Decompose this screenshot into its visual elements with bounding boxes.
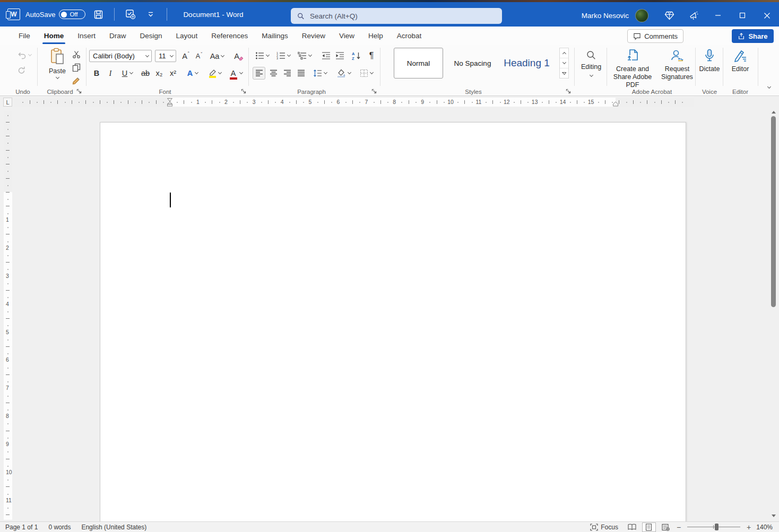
sort-button[interactable]: A Z bbox=[349, 49, 364, 62]
subscript-button[interactable]: x₂ bbox=[153, 67, 166, 80]
tab-insert[interactable]: Insert bbox=[71, 27, 102, 45]
ruler-tick bbox=[44, 100, 44, 104]
share-button[interactable]: Share bbox=[732, 29, 774, 43]
tab-acrobat[interactable]: Acrobat bbox=[390, 27, 429, 45]
justify-button[interactable] bbox=[295, 67, 307, 80]
font-dialog-launcher[interactable] bbox=[241, 89, 248, 95]
right-indent-marker[interactable] bbox=[612, 101, 619, 107]
numbering-button[interactable]: 1 2 3 bbox=[275, 49, 292, 62]
align-right-button[interactable] bbox=[281, 67, 293, 80]
decrease-indent-button[interactable] bbox=[319, 49, 332, 62]
zoom-level-button[interactable]: 140% bbox=[753, 524, 779, 531]
superscript-button[interactable]: x² bbox=[167, 67, 179, 80]
paste-button[interactable]: Paste bbox=[45, 48, 70, 86]
request-signatures-button[interactable]: Request Signatures bbox=[660, 47, 695, 81]
web-layout-button[interactable] bbox=[659, 522, 673, 532]
tab-stop-selector[interactable]: L bbox=[3, 98, 12, 107]
tab-layout[interactable]: Layout bbox=[169, 27, 205, 45]
create-share-pdf-button[interactable]: Create and Share Adobe PDF bbox=[609, 47, 656, 89]
copy-button[interactable] bbox=[70, 62, 83, 73]
tab-view[interactable]: View bbox=[332, 27, 361, 45]
styles-dialog-launcher[interactable] bbox=[566, 89, 573, 95]
undo-button[interactable] bbox=[15, 49, 33, 62]
align-left-button[interactable] bbox=[253, 67, 265, 80]
highlight-color-button[interactable] bbox=[205, 67, 224, 80]
tab-home[interactable]: Home bbox=[37, 27, 71, 45]
change-case-button[interactable]: Aa bbox=[208, 50, 226, 63]
bold-button[interactable]: B bbox=[90, 67, 103, 80]
tab-review[interactable]: Review bbox=[295, 27, 332, 45]
shading-button[interactable] bbox=[334, 67, 353, 80]
coming-soon-button[interactable] bbox=[681, 4, 706, 27]
clear-formatting-button[interactable]: A bbox=[232, 50, 245, 63]
styles-scroll-up-button[interactable] bbox=[560, 48, 568, 58]
minimize-button[interactable] bbox=[706, 4, 730, 27]
customize-quick-access-toolbar-button[interactable] bbox=[143, 7, 158, 22]
editing-button[interactable]: Editing bbox=[576, 47, 606, 76]
repeat-button[interactable] bbox=[15, 64, 28, 76]
style-no-spacing[interactable]: No Spacing bbox=[448, 48, 497, 79]
tab-mailings[interactable]: Mailings bbox=[255, 27, 295, 45]
tab-help[interactable]: Help bbox=[361, 27, 390, 45]
indent-markers[interactable] bbox=[167, 98, 173, 107]
styles-gallery-more-button[interactable] bbox=[560, 68, 568, 78]
tab-design[interactable]: Design bbox=[133, 27, 169, 45]
increase-indent-button[interactable] bbox=[333, 49, 346, 62]
page-indicator[interactable]: Page 1 of 1 bbox=[0, 522, 43, 532]
tab-draw[interactable]: Draw bbox=[102, 27, 133, 45]
align-center-button[interactable] bbox=[267, 67, 280, 80]
scroll-up-arrow[interactable] bbox=[771, 110, 776, 115]
format-painter-button[interactable] bbox=[70, 74, 83, 86]
collapse-ribbon-button[interactable] bbox=[763, 83, 775, 92]
document-page[interactable] bbox=[100, 122, 686, 521]
style-heading-1[interactable]: Heading 1 bbox=[502, 48, 551, 79]
save-button[interactable] bbox=[91, 7, 106, 22]
tab-file[interactable]: File bbox=[12, 27, 37, 45]
styles-scroll-down-button[interactable] bbox=[560, 58, 568, 68]
cut-button[interactable] bbox=[70, 49, 83, 60]
underline-button[interactable]: U bbox=[118, 67, 137, 80]
language-indicator[interactable]: English (United States) bbox=[76, 522, 152, 532]
ruler-tick bbox=[30, 100, 30, 104]
comments-button[interactable]: Comments bbox=[627, 29, 683, 43]
grow-font-button[interactable]: Aˆ bbox=[179, 50, 192, 63]
font-color-button[interactable]: A bbox=[227, 67, 246, 80]
dictate-button[interactable]: Dictate bbox=[696, 47, 723, 73]
scroll-down-arrow[interactable] bbox=[771, 513, 776, 518]
autosave-toggle[interactable]: Off bbox=[59, 10, 85, 19]
word-count[interactable]: 0 words bbox=[43, 522, 76, 532]
borders-button[interactable] bbox=[357, 67, 376, 80]
scrollbar-thumb[interactable] bbox=[771, 116, 776, 307]
font-name-select[interactable]: Calibri (Body) bbox=[89, 50, 152, 62]
clipboard-dialog-launcher[interactable] bbox=[76, 89, 83, 95]
strikethrough-button[interactable]: ab bbox=[139, 67, 152, 80]
shrink-font-button[interactable]: Aˇ bbox=[193, 50, 205, 63]
search-input[interactable] bbox=[310, 12, 496, 20]
style-normal[interactable]: Normal bbox=[394, 48, 443, 79]
close-button[interactable] bbox=[755, 4, 779, 27]
line-spacing-button[interactable] bbox=[310, 67, 330, 80]
tab-references[interactable]: References bbox=[204, 27, 255, 45]
zoom-out-button[interactable]: − bbox=[674, 523, 683, 531]
touch-mouse-mode-button[interactable] bbox=[123, 7, 138, 22]
zoom-slider-track[interactable] bbox=[687, 527, 740, 527]
user-avatar[interactable] bbox=[635, 9, 648, 22]
search-box[interactable] bbox=[291, 8, 502, 24]
editor-button[interactable]: Editor bbox=[725, 47, 756, 73]
paragraph-dialog-launcher[interactable] bbox=[371, 89, 378, 95]
maximize-button[interactable] bbox=[730, 4, 755, 27]
multilevel-list-button[interactable] bbox=[296, 49, 313, 62]
zoom-slider-handle[interactable] bbox=[715, 524, 719, 530]
word-app-icon[interactable]: W bbox=[7, 8, 20, 20]
focus-mode-button[interactable]: Focus bbox=[585, 522, 624, 532]
zoom-in-button[interactable]: + bbox=[745, 523, 753, 531]
show-hide-pilcrow-button[interactable]: ¶ bbox=[365, 49, 378, 62]
text-effects-button[interactable]: A bbox=[184, 67, 202, 80]
font-size-select[interactable]: 11 bbox=[155, 50, 176, 62]
style-no-spacing-label: No Spacing bbox=[454, 59, 491, 67]
print-layout-button[interactable] bbox=[642, 522, 656, 532]
italic-button[interactable]: I bbox=[104, 67, 117, 80]
bullets-button[interactable] bbox=[254, 49, 271, 62]
premium-features-button[interactable] bbox=[657, 4, 681, 27]
read-mode-button[interactable] bbox=[625, 522, 639, 532]
